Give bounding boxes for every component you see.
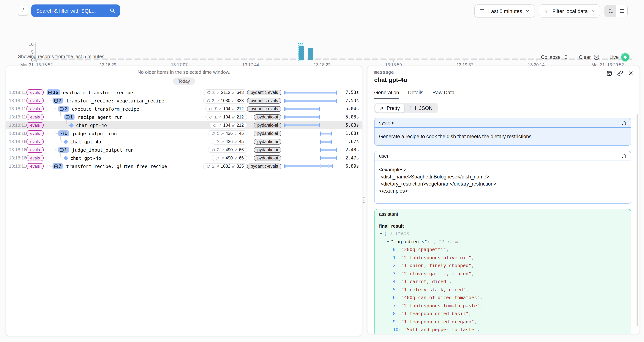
copy-icon[interactable] [621,120,626,125]
braces-icon: { } [409,106,417,111]
collapse-count-chip[interactable]: 7 [52,163,63,169]
json-array-item: 4: "1 carrot, diced", [393,278,626,286]
list-icon [619,8,624,14]
token-usage-pill: ↗436 ↙45 [212,138,247,144]
duration-text: 5.03s [342,122,359,128]
json-array-item: 10: "Salt and pepper to taste", [393,326,626,334]
token-usage-pill: Σ ↗104 ↙212 [205,106,247,112]
trace-rows: 13:18:11 evals 16 evaluate transform_rec… [6,88,362,170]
item-index: 9 [393,318,396,326]
duration-bar [284,116,320,118]
duration-bar [320,132,332,134]
trace-row[interactable]: 13:18:16 evals chat gpt-4o ↗490 ↙66 pyda… [6,154,362,162]
duration-bar [284,100,337,102]
token-usage-pill: Σ ↗1082 ↙325 [203,163,247,169]
row-timestamp: 13:18:11 [9,122,25,128]
trace-row[interactable]: 13:18:16 evals 1 judge_input_output run … [6,146,362,154]
trace-row[interactable]: 13:18:11 evals 7 transform_recipe: glute… [6,162,362,170]
tab-details[interactable]: Details [408,90,424,99]
duration-gantt-track [284,88,340,96]
tab-generation[interactable]: Generation [374,90,399,99]
json-array-item: 0: "200g spaghetti", [393,246,626,254]
tokens-in: 436 [226,139,232,144]
tokens-out-arrow-icon: ↙ [232,115,235,119]
tokens-out-arrow-icon: ↙ [232,123,235,128]
scrollbar-thumb[interactable] [636,114,638,326]
sigma-icon: Σ [217,131,219,136]
system-message-text: Generate a recipe to cook the dish that … [374,128,631,145]
trace-row[interactable]: 13:18:11 evals 16 evaluate transform_rec… [6,88,362,96]
dock-panel-icon[interactable] [606,70,612,76]
collapse-count-chip[interactable]: 16 [46,90,60,95]
trace-row[interactable]: 13:18:16 evals chat gpt-4o ↗436 ↙45 pyda… [6,138,362,146]
chevron-expanded-icon[interactable] [386,240,390,244]
tokens-in-arrow-icon: ↗ [218,123,222,128]
system-role-label: system [379,120,394,126]
json-array-item: 6: "400g can of diced tomatoes", [393,294,626,302]
assistant-message-card: assistant final_result { 2 items [374,209,631,334]
pretty-toggle-option[interactable]: Pretty [375,104,404,112]
item-index: 4 [393,278,396,286]
row-timestamp: 13:18:11 [9,98,25,103]
item-string: "200g spaghetti" [401,246,446,254]
trace-row[interactable]: 13:18:11 evals 7 transform_recipe: veget… [6,96,362,105]
evals-badge: evals [26,130,44,136]
tokens-in: 104 [223,115,230,119]
copy-icon[interactable] [621,153,626,158]
row-timestamp: 13:18:16 [9,139,25,144]
token-coin-icon [215,140,219,144]
json-array-item: 1: "2 tablespoons olive oil", [393,254,626,262]
sigma-icon: Σ [214,115,217,119]
trace-row[interactable]: 13:18:11 evals 1 recipe_agent run Σ ↗104… [6,113,362,121]
filter-local-data-select[interactable]: Filter local data [539,4,600,18]
slash-shortcut-key[interactable]: / [18,5,28,15]
tokens-in: 436 [226,131,232,136]
item-index: 7 [393,302,396,310]
panel-resize-handle[interactable] [362,197,366,204]
record-count-histogram[interactable]: 1050 Mar 31. 13:15:5213:16:2913:17:0713:… [0,19,644,51]
item-index: 2 [393,262,396,270]
sigma-icon: Σ [212,164,215,168]
item-string: "1 teaspoon dried oregano" [401,318,474,326]
collapse-label: Collapse [541,54,560,60]
time-range-select[interactable]: Last 5 minutes [474,4,534,18]
json-array-item: 2: "1 onion, finely chopped", [393,262,626,270]
duration-bar [284,108,320,110]
tree-view-toggle[interactable] [605,5,616,17]
tokens-in: 490 [226,148,232,152]
sigma-icon: Σ [212,98,215,103]
duration-text: 5.03s [342,114,359,120]
calendar-icon [479,8,485,14]
clear-label: Clear [579,54,591,60]
token-usage-pill: ↗104 ↙212 [210,122,247,128]
trace-row[interactable]: 13:18:11 evals 2 execute transform_recip… [6,105,362,113]
trace-row[interactable]: 13:18:16 evals 1 judge_output run Σ ↗436… [6,129,362,138]
live-toggle[interactable]: Live [609,53,629,61]
collapse-button[interactable]: Collapse [541,54,569,60]
item-index: 8 [393,310,396,318]
tokens-out: 325 [237,164,244,168]
trace-row[interactable]: 13:18:11 evals chat gpt-4o ↗104 ↙212 pyd… [6,121,362,129]
copy-link-icon[interactable] [617,70,623,76]
json-toggle-option[interactable]: { } JSON [404,104,437,112]
close-icon[interactable] [628,70,634,76]
child-count: 1 [64,147,67,152]
tab-raw-data[interactable]: Raw Data [432,90,454,99]
row-timestamp: 13:18:11 [9,106,25,112]
live-indicator-icon [621,53,629,61]
json-label: JSON [419,105,432,111]
search-button[interactable]: Search & filter with SQL... [31,4,120,17]
chevron-expanded-icon[interactable] [379,232,383,236]
duration-gantt-track [284,96,340,105]
tokens-out-arrow-icon: ↙ [232,98,235,103]
list-view-toggle[interactable] [616,5,627,17]
tokens-in: 104 [223,106,230,111]
duration-text: 7.53s [342,90,359,95]
tokens-out-arrow-icon: ↙ [234,131,238,136]
token-usage-pill: Σ ↗2112 ↙648 [203,90,247,95]
view-mode-segmented-control [604,5,628,17]
item-index: 5 [393,286,396,294]
ingredients-list: 0: "200g spaghetti", 1: "2 tablespoons o… [388,246,626,334]
clear-button[interactable]: Clear [579,54,600,60]
sigma-icon: Σ [212,90,215,95]
